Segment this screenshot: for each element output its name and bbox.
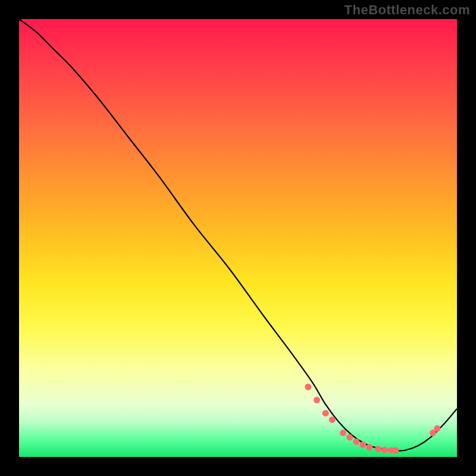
plot-area [19,19,457,457]
marker-dot [340,430,346,436]
marker-dot [322,410,329,416]
marker-dot [381,447,388,453]
bottleneck-curve [19,19,457,451]
watermark-text: TheBottleneck.com [345,2,470,18]
marker-dot [434,425,440,432]
chart-frame: TheBottleneck.com [0,0,476,476]
marker-dot [353,439,359,445]
marker-dots [305,384,440,454]
marker-dot [305,384,311,390]
marker-dot [314,397,320,403]
marker-dot [392,447,399,453]
curve-svg [19,19,457,457]
marker-dot [366,444,372,450]
marker-dot [375,446,381,452]
marker-dot [359,441,366,448]
marker-dot [329,416,336,423]
marker-dot [346,434,353,440]
